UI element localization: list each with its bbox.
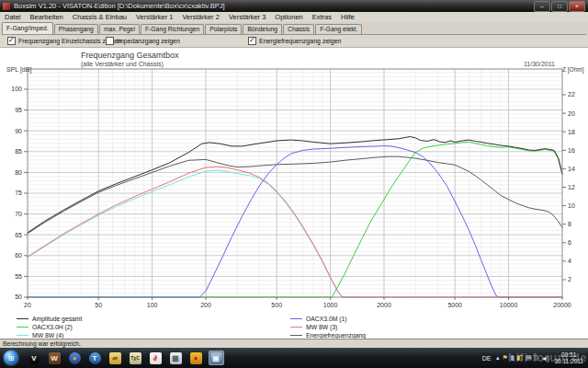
notes-app-icon[interactable]: ▦ xyxy=(168,351,184,365)
legend-swatch xyxy=(290,318,302,319)
checkbox-unchecked-icon xyxy=(106,37,114,45)
menu-item-bearbeiten[interactable]: Bearbeiten xyxy=(26,13,68,21)
window-controls: –□× xyxy=(533,1,585,12)
fox-app-icon[interactable]: V xyxy=(27,351,42,365)
legend-label: MW 8W (4) xyxy=(32,332,63,339)
cards-app-icon-glyph: ♦ xyxy=(190,352,202,364)
app-icon xyxy=(3,3,10,10)
checkbox-energiefrequenzgang-zeigen[interactable]: Energiefrequenzgang zeigen xyxy=(248,37,342,45)
w-app-icon-glyph: W xyxy=(49,352,61,364)
cards-app-icon[interactable]: ♦ xyxy=(188,351,204,365)
chart-panel xyxy=(0,47,588,339)
legend-item-oacx3-0m-1-: OACX3.0M (1) xyxy=(290,315,366,323)
chart-date: 11/30/2011 xyxy=(524,61,555,67)
legend-label: OACX3.0H (2) xyxy=(32,324,73,330)
y-axis-left-label: SPL [dB] xyxy=(6,66,31,73)
legend-label: MW 8W (3) xyxy=(306,324,337,330)
menu-item-optionen[interactable]: Optionen xyxy=(270,13,307,21)
checkbox-label: Energiefrequenzgang zeigen xyxy=(259,38,342,44)
language-indicator[interactable]: DE xyxy=(482,355,492,362)
boxsim-taskbar-icon[interactable]: ▣ xyxy=(209,351,224,365)
checkbox-checked-icon xyxy=(248,37,256,45)
action-center-flag-icon[interactable]: ⚑ xyxy=(502,354,507,362)
taskbar-clock[interactable]: 09:51 30.11.2011 xyxy=(554,351,583,364)
checkbox-label: Impedanzgang zeigen xyxy=(117,38,180,44)
system-tray: DE ▴⚑▮◧▤▯◄) 09:51 30.11.2011 xyxy=(482,348,588,368)
taskbar: ⊞ VW●T▰TχC∂▦♦▣ DE ▴⚑▮◧▤▯◄) 09:51 30.11.2… xyxy=(0,348,588,368)
hidden-icons-arrow[interactable]: ▴ xyxy=(496,354,500,362)
legend-swatch xyxy=(17,327,28,328)
display-options-bar: Frequenzgang Einzelchassis zeigenImpedan… xyxy=(0,35,588,48)
tab-f-gang-richtungen[interactable]: F-Gang Richtungen xyxy=(141,24,204,34)
maximize-button[interactable]: □ xyxy=(551,1,568,12)
checkbox-impedanzgang-zeigen[interactable]: Impedanzgang zeigen xyxy=(106,37,180,45)
legend-label: OACX3.0M (1) xyxy=(306,316,347,322)
volume-icon[interactable]: ◄) xyxy=(541,355,549,362)
legend-item-amplitude-gesamt: Amplitude gesamt xyxy=(17,315,82,323)
minimize-button[interactable]: – xyxy=(534,1,550,12)
w-app-icon[interactable]: W xyxy=(47,351,62,365)
notes-app-icon-glyph: ▦ xyxy=(170,352,182,364)
legend-swatch xyxy=(17,335,28,336)
menu-item-extras[interactable]: Extras xyxy=(308,13,336,21)
legend-column-left: Amplitude gesamtOACX3.0H (2)MW 8W (4) xyxy=(17,315,82,339)
color-profile-icon[interactable]: ◧ xyxy=(517,354,524,362)
legend-item-oacx3-0h-2-: OACX3.0H (2) xyxy=(17,323,82,331)
legend-label: Amplitude gesamt xyxy=(32,316,82,322)
thunderbird-icon[interactable]: T xyxy=(87,351,103,365)
menu-item-datei[interactable]: Datei xyxy=(0,13,26,21)
latex-editor-icon[interactable]: ∂ xyxy=(148,351,164,365)
legend-label: Energiefrequenzgang xyxy=(306,332,366,339)
menu-item-verst-rker-1[interactable]: Verstärker 1 xyxy=(131,13,177,21)
status-text: Berechnung war erfolgreich. xyxy=(3,340,81,347)
texniccenter-icon[interactable]: TχC xyxy=(128,351,143,365)
checkbox-frequenzgang-einzelchassis-zeigen[interactable]: Frequenzgang Einzelchassis zeigen xyxy=(7,37,121,45)
menu-item-verst-rker-2[interactable]: Verstärker 2 xyxy=(177,13,223,21)
tab-phasengang[interactable]: Phasengang xyxy=(54,24,98,34)
y-axis-right-label: Z [Ohm] xyxy=(562,66,583,73)
boxsim-taskbar-icon-glyph: ▣ xyxy=(210,352,222,364)
chart-subtitle: (alle Verstärker und Chassis) xyxy=(81,61,164,67)
tab-chassis[interactable]: Chassis xyxy=(283,24,314,34)
removable-device-icon[interactable]: ▤ xyxy=(526,354,532,362)
texniccenter-icon-glyph: TχC xyxy=(130,352,141,364)
clock-time: 09:51 xyxy=(554,351,583,358)
title-bar[interactable]: Boxsim V1.20 - VISATON-Edition [D:\Dokum… xyxy=(0,0,588,12)
thunderbird-icon-glyph: T xyxy=(89,352,101,364)
clock-date: 30.11.2011 xyxy=(554,358,583,364)
chart-title: Frequenzgang Gesamtbox xyxy=(81,51,179,60)
tab-f-gang-elekt-[interactable]: F-Gang elekt. xyxy=(315,24,362,34)
window-title: Boxsim V1.20 - VISATON-Edition [D:\Dokum… xyxy=(14,2,533,10)
start-button[interactable]: ⊞ xyxy=(4,351,18,365)
checkbox-checked-icon xyxy=(7,37,16,45)
firefox-icon-glyph: ● xyxy=(69,352,81,364)
menu-bar: DateiBearbeitenChassis & EinbauVerstärke… xyxy=(0,12,588,22)
legend-swatch xyxy=(290,335,302,336)
status-bar: Berechnung war erfolgreich. xyxy=(0,339,588,348)
legend-swatch xyxy=(17,318,28,319)
tab-strip: F-Gang/Imped.Phasengangmax. PegelF-Gang … xyxy=(2,22,586,35)
latex-editor-icon-glyph: ∂ xyxy=(150,352,162,364)
tray-icons: ▴⚑▮◧▤▯◄) xyxy=(494,354,550,362)
boxsim-window: Boxsim V1.20 - VISATON-Edition [D:\Dokum… xyxy=(0,0,588,368)
legend-swatch xyxy=(290,327,302,328)
menu-item-hilfe[interactable]: Hilfe xyxy=(336,13,359,21)
taskbar-icons: VW●T▰TχC∂▦♦▣ xyxy=(24,351,226,365)
clipboard-icon[interactable]: ▯ xyxy=(535,354,538,362)
menu-item-verst-rker-3[interactable]: Verstärker 3 xyxy=(224,13,270,21)
display-settings-icon[interactable]: ▮ xyxy=(511,354,514,362)
fox-app-icon-glyph: V xyxy=(28,352,40,364)
explorer-folder-icon-glyph: ▰ xyxy=(109,352,121,364)
legend-item-mw-8w-3-: MW 8W (3) xyxy=(290,323,366,331)
firefox-icon[interactable]: ● xyxy=(67,351,83,365)
tab-polarplots[interactable]: Polarplots xyxy=(205,24,242,34)
explorer-folder-icon[interactable]: ▰ xyxy=(107,351,123,365)
menu-item-chassis-einbau[interactable]: Chassis & Einbau xyxy=(68,13,131,21)
legend-column-right: OACX3.0M (1)MW 8W (3)Energiefrequenzgang xyxy=(290,315,366,339)
tab-f-gang-imped-[interactable]: F-Gang/Imped. xyxy=(2,22,53,34)
tab-b-ndelung[interactable]: Bündelung xyxy=(243,24,282,34)
tab-max-pegel[interactable]: max. Pegel xyxy=(99,24,140,34)
close-button[interactable]: × xyxy=(569,1,585,12)
